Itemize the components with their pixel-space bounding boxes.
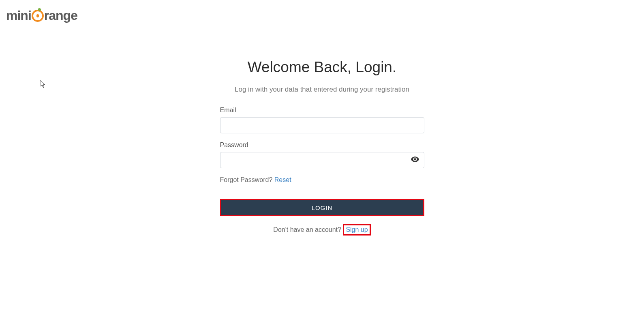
forgot-password-text: Forgot Password? Reset (220, 176, 424, 184)
reset-link[interactable]: Reset (274, 176, 291, 183)
signup-prompt: Don't have an account? Sign up (220, 224, 424, 236)
password-form-group: Password (220, 141, 424, 168)
password-input-wrapper (220, 152, 424, 168)
cursor-icon (41, 80, 47, 90)
password-label: Password (220, 141, 424, 149)
logo-text-range: range (44, 8, 77, 23)
brand-logo: mini range (6, 8, 77, 23)
forgot-password-label: Forgot Password? (220, 176, 274, 183)
email-label: Email (220, 107, 424, 114)
password-input[interactable] (220, 152, 424, 168)
signup-link[interactable]: Sign up (343, 224, 370, 236)
email-input[interactable] (220, 117, 424, 133)
no-account-label: Don't have an account? (273, 226, 343, 233)
email-form-group: Email (220, 107, 424, 133)
logo-orange-icon (32, 10, 44, 22)
page-subtitle: Log in with your data that entered durin… (220, 86, 424, 94)
logo-text-mini: mini (6, 8, 31, 23)
eye-icon[interactable] (411, 155, 419, 165)
login-button[interactable]: LOGIN (220, 199, 424, 216)
page-title: Welcome Back, Login. (220, 59, 424, 76)
login-form-container: Welcome Back, Login. Log in with your da… (220, 59, 424, 236)
